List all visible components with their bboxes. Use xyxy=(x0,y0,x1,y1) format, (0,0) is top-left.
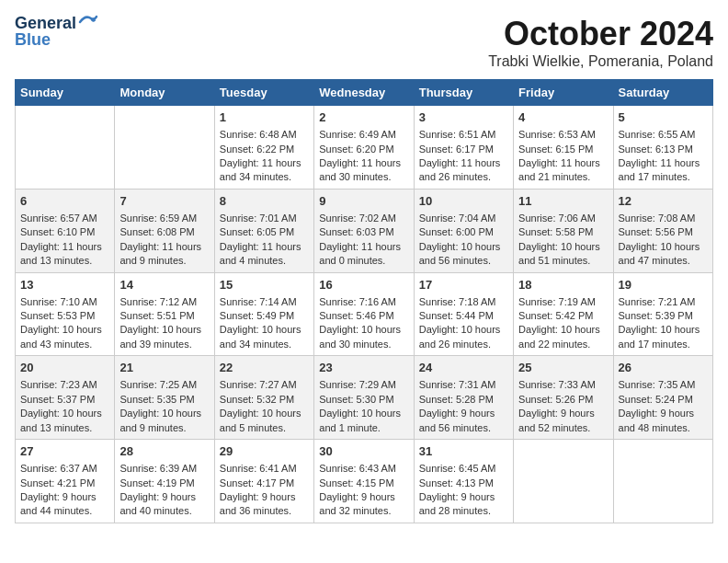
sunrise-text: Sunrise: 6:49 AM xyxy=(319,129,396,140)
day-number: 16 xyxy=(319,277,408,293)
day-number: 4 xyxy=(518,109,608,126)
day-number: 21 xyxy=(119,360,209,376)
calendar-cell: 8Sunrise: 7:01 AMSunset: 6:05 PMDaylight… xyxy=(214,189,313,272)
calendar-cell: 21Sunrise: 7:25 AMSunset: 5:35 PMDayligh… xyxy=(115,356,214,440)
daylight-text: Daylight: 10 hours and 22 minutes. xyxy=(518,324,600,349)
sunset-text: Sunset: 4:19 PM xyxy=(119,477,194,488)
daylight-text: Daylight: 11 hours and 4 minutes. xyxy=(220,241,301,266)
sunset-text: Sunset: 5:51 PM xyxy=(119,310,194,321)
sunrise-text: Sunrise: 6:39 AM xyxy=(119,463,197,474)
daylight-text: Daylight: 10 hours and 51 minutes. xyxy=(518,241,600,266)
sunrise-text: Sunrise: 6:59 AM xyxy=(119,213,197,224)
sunrise-text: Sunrise: 7:16 AM xyxy=(319,296,396,307)
sunrise-text: Sunrise: 7:23 AM xyxy=(20,379,97,390)
daylight-text: Daylight: 10 hours and 43 minutes. xyxy=(20,324,102,349)
day-number: 15 xyxy=(220,277,309,293)
sunset-text: Sunset: 6:13 PM xyxy=(619,144,693,155)
daylight-text: Daylight: 9 hours and 36 minutes. xyxy=(220,491,296,516)
day-number: 1 xyxy=(220,109,309,126)
daylight-text: Daylight: 11 hours and 26 minutes. xyxy=(419,157,501,182)
sunset-text: Sunset: 5:56 PM xyxy=(619,226,693,237)
sunrise-text: Sunrise: 6:55 AM xyxy=(619,129,696,140)
daylight-text: Daylight: 10 hours and 47 minutes. xyxy=(619,241,700,266)
calendar-cell: 15Sunrise: 7:14 AMSunset: 5:49 PMDayligh… xyxy=(214,272,313,356)
calendar-cell: 2Sunrise: 6:49 AMSunset: 6:20 PMDaylight… xyxy=(314,106,414,190)
weekday-header: Sunday xyxy=(16,80,115,106)
sunset-text: Sunset: 6:22 PM xyxy=(220,144,294,155)
weekday-header-row: SundayMondayTuesdayWednesdayThursdayFrid… xyxy=(16,80,713,106)
daylight-text: Daylight: 11 hours and 21 minutes. xyxy=(518,157,600,182)
calendar-cell: 26Sunrise: 7:35 AMSunset: 5:24 PMDayligh… xyxy=(613,356,712,440)
sunset-text: Sunset: 4:21 PM xyxy=(20,477,95,488)
daylight-text: Daylight: 10 hours and 56 minutes. xyxy=(419,241,501,266)
logo-general-text: General xyxy=(15,15,76,31)
calendar-cell xyxy=(16,106,115,190)
calendar-cell: 30Sunrise: 6:43 AMSunset: 4:15 PMDayligh… xyxy=(314,440,414,523)
sunrise-text: Sunrise: 6:43 AM xyxy=(319,463,396,474)
sunset-text: Sunset: 6:00 PM xyxy=(419,226,494,237)
calendar-cell: 24Sunrise: 7:31 AMSunset: 5:28 PMDayligh… xyxy=(414,356,513,440)
sunset-text: Sunset: 6:15 PM xyxy=(518,144,593,155)
sunrise-text: Sunrise: 6:51 AM xyxy=(419,129,496,140)
sunset-text: Sunset: 5:44 PM xyxy=(419,310,494,321)
daylight-text: Daylight: 10 hours and 5 minutes. xyxy=(220,408,301,432)
sunset-text: Sunset: 5:30 PM xyxy=(319,394,393,405)
calendar-week-row: 1Sunrise: 6:48 AMSunset: 6:22 PMDaylight… xyxy=(16,106,713,190)
sunset-text: Sunset: 5:32 PM xyxy=(220,394,294,405)
sunrise-text: Sunrise: 7:29 AM xyxy=(319,379,396,390)
calendar-cell: 22Sunrise: 7:27 AMSunset: 5:32 PMDayligh… xyxy=(214,356,313,440)
sunset-text: Sunset: 5:58 PM xyxy=(518,226,593,237)
calendar-cell: 3Sunrise: 6:51 AMSunset: 6:17 PMDaylight… xyxy=(414,106,513,190)
calendar-week-row: 20Sunrise: 7:23 AMSunset: 5:37 PMDayligh… xyxy=(16,356,713,440)
day-number: 30 xyxy=(319,443,408,460)
logo-bird-icon xyxy=(78,13,98,29)
sunset-text: Sunset: 6:20 PM xyxy=(319,144,393,155)
daylight-text: Daylight: 11 hours and 34 minutes. xyxy=(220,157,301,182)
calendar-cell: 23Sunrise: 7:29 AMSunset: 5:30 PMDayligh… xyxy=(314,356,414,440)
sunrise-text: Sunrise: 7:06 AM xyxy=(518,213,596,224)
sunset-text: Sunset: 5:35 PM xyxy=(119,394,194,405)
sunset-text: Sunset: 5:37 PM xyxy=(20,394,95,405)
daylight-text: Daylight: 10 hours and 30 minutes. xyxy=(319,324,401,349)
weekday-header: Friday xyxy=(514,80,613,106)
sunrise-text: Sunrise: 7:02 AM xyxy=(319,213,396,224)
sunset-text: Sunset: 6:08 PM xyxy=(119,226,194,237)
calendar-cell: 29Sunrise: 6:41 AMSunset: 4:17 PMDayligh… xyxy=(214,440,313,523)
day-number: 20 xyxy=(20,360,109,376)
day-number: 18 xyxy=(518,277,608,293)
daylight-text: Daylight: 10 hours and 1 minute. xyxy=(319,408,401,432)
calendar-week-row: 6Sunrise: 6:57 AMSunset: 6:10 PMDaylight… xyxy=(16,189,713,272)
sunset-text: Sunset: 5:26 PM xyxy=(518,394,593,405)
calendar-table: SundayMondayTuesdayWednesdayThursdayFrid… xyxy=(15,79,713,523)
day-number: 13 xyxy=(20,277,109,293)
sunset-text: Sunset: 6:10 PM xyxy=(20,226,95,237)
sunrise-text: Sunrise: 7:08 AM xyxy=(619,213,696,224)
location-text: Trabki Wielkie, Pomerania, Poland xyxy=(488,53,713,70)
day-number: 29 xyxy=(220,443,309,460)
calendar-week-row: 27Sunrise: 6:37 AMSunset: 4:21 PMDayligh… xyxy=(16,440,713,523)
sunrise-text: Sunrise: 7:10 AM xyxy=(20,296,97,307)
sunrise-text: Sunrise: 7:04 AM xyxy=(419,213,496,224)
daylight-text: Daylight: 10 hours and 26 minutes. xyxy=(419,324,501,349)
day-number: 7 xyxy=(119,193,209,210)
calendar-cell: 20Sunrise: 7:23 AMSunset: 5:37 PMDayligh… xyxy=(16,356,115,440)
calendar-cell xyxy=(514,440,613,523)
sunset-text: Sunset: 5:46 PM xyxy=(319,310,393,321)
day-number: 2 xyxy=(319,109,408,126)
daylight-text: Daylight: 10 hours and 9 minutes. xyxy=(119,408,201,432)
daylight-text: Daylight: 11 hours and 9 minutes. xyxy=(119,241,201,266)
sunrise-text: Sunrise: 7:21 AM xyxy=(619,296,696,307)
sunrise-text: Sunrise: 6:37 AM xyxy=(20,463,97,474)
daylight-text: Daylight: 9 hours and 40 minutes. xyxy=(119,491,196,516)
calendar-cell: 6Sunrise: 6:57 AMSunset: 6:10 PMDaylight… xyxy=(16,189,115,272)
daylight-text: Daylight: 9 hours and 32 minutes. xyxy=(319,491,395,516)
sunrise-text: Sunrise: 6:41 AM xyxy=(220,463,297,474)
daylight-text: Daylight: 11 hours and 17 minutes. xyxy=(619,157,700,182)
day-number: 10 xyxy=(419,193,508,210)
sunset-text: Sunset: 5:49 PM xyxy=(220,310,294,321)
day-number: 17 xyxy=(419,277,508,293)
sunset-text: Sunset: 5:28 PM xyxy=(419,394,494,405)
sunrise-text: Sunrise: 6:48 AM xyxy=(220,129,297,140)
calendar-week-row: 13Sunrise: 7:10 AMSunset: 5:53 PMDayligh… xyxy=(16,272,713,356)
sunrise-text: Sunrise: 6:57 AM xyxy=(20,213,97,224)
